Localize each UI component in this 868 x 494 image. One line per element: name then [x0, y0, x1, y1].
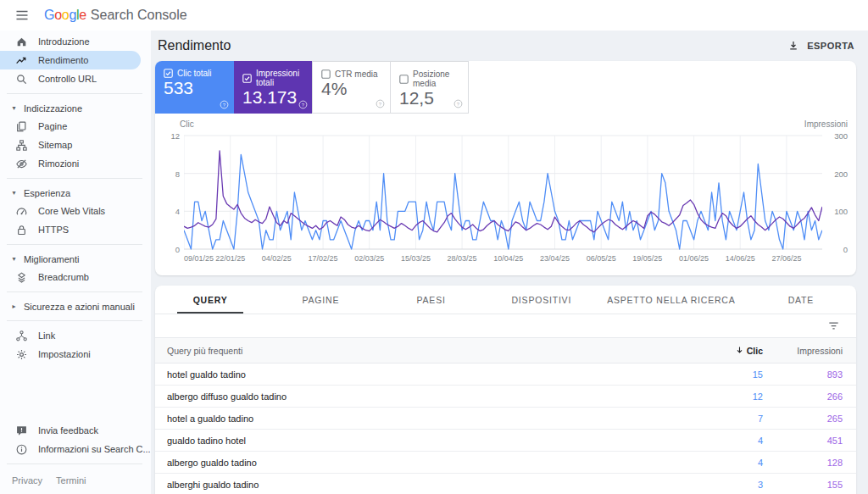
x-tick-label: 10/04/25 — [493, 254, 523, 263]
tab-paesi[interactable]: PAESI — [376, 286, 486, 314]
sidebar-item-label: Introduzione — [38, 36, 90, 47]
sidebar-item-label: Impostazioni — [38, 349, 91, 359]
brand-letter: g — [69, 8, 76, 22]
tab-date[interactable]: DATE — [746, 286, 856, 314]
sidebar-item-informazioni-su-search-c[interactable]: Informazioni su Search C... — [0, 440, 141, 458]
privacy-link[interactable]: Privacy — [12, 475, 42, 486]
tab-aspetto-nella-ricerca[interactable]: ASPETTO NELLA RICERCA — [597, 286, 746, 314]
sidebar-item-label: Controllo URL — [38, 74, 97, 84]
impressions-cell: 265 — [763, 414, 856, 424]
x-axis-labels: 09/01/2522/01/2504/02/2517/02/2502/03/25… — [184, 253, 822, 264]
breadcrumb-icon — [15, 271, 28, 284]
sidebar: IntroduzioneRendimentoControllo URL▾Indi… — [0, 31, 151, 494]
sidebar-item-introduzione[interactable]: Introduzione — [0, 32, 141, 51]
top-app-bar: Google Search Console — [0, 0, 868, 31]
column-header-clicks[interactable]: Clic — [661, 346, 763, 356]
x-tick-label: 22/01/25 — [215, 254, 245, 263]
axis-names: Clic Impressioni — [162, 119, 849, 130]
gear-icon — [15, 348, 28, 361]
query-cell: albergo gualdo tadino — [155, 458, 661, 468]
table-row[interactable]: albergo gualdo tadino4128 — [155, 452, 856, 474]
chart-row: 12840 09/01/2522/01/2504/02/2517/02/2502… — [162, 130, 849, 264]
pages-icon — [15, 120, 28, 133]
filter-row — [155, 314, 856, 338]
performance-panel: Clic totali533?Impressioni totali13.173?… — [155, 61, 856, 275]
table-row[interactable]: hotel a gualdo tadino7265 — [155, 408, 856, 430]
svg-text:?: ? — [302, 103, 305, 108]
sidebar-section-sicurezza-e-azioni-manuali[interactable]: ▸Sicurezza e azioni manuali — [0, 297, 151, 315]
sidebar-item-invia-feedback[interactable]: Invia feedback — [0, 421, 141, 440]
clicks-cell: 12 — [661, 391, 763, 402]
brand-letter: G — [44, 8, 54, 22]
dimension-tabs: QUERYPAGINEPAESIDISPOSITIVIASPETTO NELLA… — [155, 286, 856, 314]
metric-value: 4% — [321, 79, 347, 98]
right-axis-name: Impressioni — [804, 119, 848, 130]
metric-card-posizione-media[interactable]: Posizione media12,5? — [390, 61, 469, 114]
lock-icon — [15, 224, 28, 236]
speedometer-icon — [15, 205, 28, 218]
trending-up-icon — [15, 54, 28, 67]
svg-text:?: ? — [457, 102, 460, 107]
legal-links: PrivacyTermini — [0, 469, 151, 491]
table-row[interactable]: hotel gualdo tadino15893 — [155, 364, 856, 386]
termini-link[interactable]: Termini — [56, 475, 86, 486]
help-icon: ? — [298, 100, 308, 109]
sort-arrow-down-icon — [735, 346, 744, 355]
sidebar-section-esperienza[interactable]: ▾Esperienza — [0, 184, 151, 202]
y-axis-left: 12840 — [162, 130, 184, 253]
metric-label: Impressioni totali — [256, 69, 313, 87]
sidebar-section-label: Indicizzazione — [24, 103, 82, 114]
sidebar-section-miglioramenti[interactable]: ▾Miglioramenti — [0, 250, 151, 268]
sidebar-item-rendimento[interactable]: Rendimento — [0, 51, 141, 69]
impressions-cell: 893 — [763, 369, 856, 380]
export-button[interactable]: ESPORTA — [787, 40, 854, 52]
sidebar-item-label: Pagine — [38, 121, 67, 131]
sidebar-item-breadcrumb[interactable]: Breadcrumb — [0, 268, 141, 286]
column-header-query[interactable]: Query più frequenti — [155, 346, 661, 356]
hamburger-menu-icon[interactable] — [14, 8, 30, 23]
metric-card-impressioni-totali[interactable]: Impressioni totali13.173? — [234, 61, 313, 114]
x-tick-label: 28/03/25 — [448, 254, 477, 263]
google-search-console-logo[interactable]: Google Search Console — [44, 8, 187, 23]
sidebar-item-pagine[interactable]: Pagine — [0, 117, 141, 136]
sidebar-item-https[interactable]: HTTPS — [0, 220, 141, 239]
table-row[interactable]: albergo diffuso gualdo tadino12266 — [155, 386, 856, 408]
svg-text:?: ? — [379, 102, 382, 107]
query-cell: gualdo tadino hotel — [155, 436, 661, 446]
sidebar-item-impostazioni[interactable]: Impostazioni — [0, 345, 141, 364]
query-cell: hotel a gualdo tadino — [155, 414, 661, 424]
sidebar-item-sitemap[interactable]: Sitemap — [0, 136, 141, 154]
svg-text:?: ? — [223, 103, 226, 108]
column-header-impressions[interactable]: Impressioni — [763, 346, 856, 356]
metric-card-ctr-media[interactable]: CTR media4%? — [312, 61, 391, 114]
table-row[interactable]: alberghi gualdo tadino3155 — [155, 474, 856, 494]
sidebar-item-core-web-vitals[interactable]: Core Web Vitals — [0, 202, 141, 220]
y-left-tick: 0 — [175, 245, 180, 254]
sidebar-section-indicizzazione[interactable]: ▾Indicizzazione — [0, 99, 151, 117]
clicks-cell: 4 — [661, 436, 763, 446]
query-cell: alberghi gualdo tadino — [155, 480, 661, 490]
sidebar-item-link[interactable]: Link — [0, 326, 141, 345]
sidebar-nav: IntroduzioneRendimentoControllo URL▾Indi… — [0, 32, 151, 364]
metric-card-clic-totali[interactable]: Clic totali533? — [155, 61, 234, 114]
sidebar-item-label: Rimozioni — [38, 158, 79, 169]
y-right-tick: 0 — [843, 245, 848, 254]
export-button-label: ESPORTA — [807, 41, 854, 51]
sidebar-item-label: Breadcrumb — [38, 272, 89, 282]
table-row[interactable]: gualdo tadino hotel4451 — [155, 430, 856, 452]
page-title: Rendimento — [158, 38, 231, 53]
x-tick-label: 04/02/25 — [262, 254, 292, 263]
x-tick-label: 09/01/25 — [184, 254, 214, 263]
sitemap-icon — [15, 139, 28, 152]
sidebar-item-controllo-url[interactable]: Controllo URL — [0, 69, 141, 88]
tab-pagine[interactable]: PAGINE — [265, 286, 376, 314]
y-right-tick: 300 — [834, 131, 848, 141]
tab-query[interactable]: QUERY — [155, 286, 265, 314]
x-tick-label: 14/06/25 — [726, 254, 755, 263]
filter-icon[interactable] — [827, 319, 840, 332]
chart-plot: 09/01/2522/01/2504/02/2517/02/2502/03/25… — [184, 130, 822, 264]
sidebar-item-label: Invia feedback — [38, 425, 98, 436]
sidebar-item-label: Informazioni su Search C... — [38, 444, 151, 454]
tab-dispositivi[interactable]: DISPOSITIVI — [487, 286, 597, 314]
sidebar-item-rimozioni[interactable]: Rimozioni — [0, 154, 141, 173]
